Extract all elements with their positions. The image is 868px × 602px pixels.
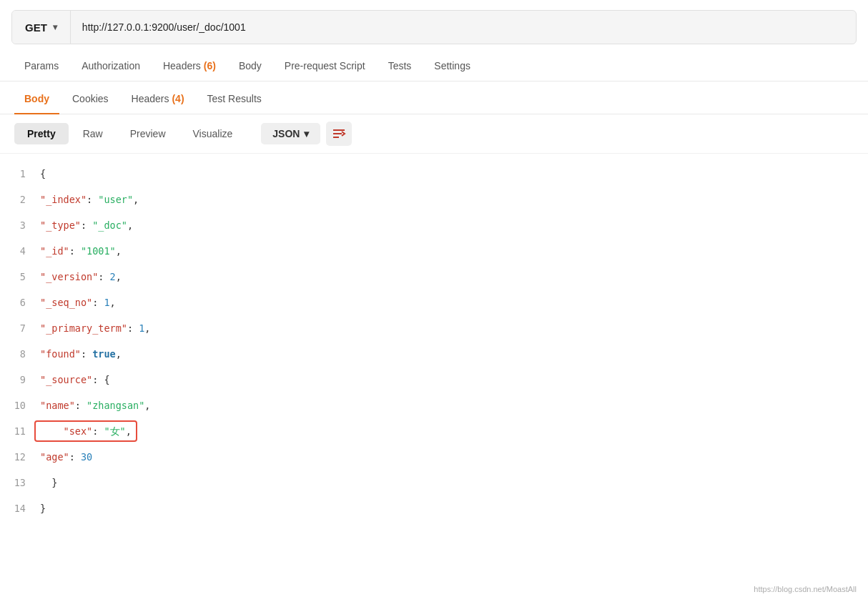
- tab-tests[interactable]: Tests: [378, 51, 422, 82]
- line-numbers: 1234567891011121314: [0, 161, 37, 521]
- format-pretty[interactable]: Pretty: [14, 123, 69, 144]
- chevron-down-icon: ▾: [53, 22, 57, 32]
- highlighted-line: "sex": "女",: [40, 418, 132, 444]
- wrap-button[interactable]: [326, 122, 352, 146]
- format-bar: Pretty Raw Preview Visualize JSON ▾: [0, 114, 868, 154]
- json-format-label: JSON: [272, 128, 300, 139]
- code-content: { "_index": "user", "_type": "_doc", "_i…: [37, 161, 868, 521]
- code-line: }: [40, 495, 868, 521]
- tab-settings[interactable]: Settings: [424, 51, 480, 82]
- tab-params[interactable]: Params: [14, 51, 69, 82]
- code-area: 1234567891011121314 { "_index": "user", …: [0, 154, 868, 528]
- tab-authorization[interactable]: Authorization: [71, 51, 150, 82]
- code-line: {: [40, 161, 868, 187]
- format-raw[interactable]: Raw: [70, 123, 116, 144]
- code-line: "_seq_no": 1,: [40, 290, 868, 315]
- code-line: "sex": "女",: [40, 418, 868, 444]
- response-tab-cookies[interactable]: Cookies: [62, 84, 119, 114]
- response-tabs: Body Cookies Headers (4) Test Results: [0, 84, 868, 114]
- tab-headers[interactable]: Headers (6): [153, 51, 226, 82]
- format-preview[interactable]: Preview: [117, 123, 179, 144]
- code-line: "_index": "user",: [40, 187, 868, 212]
- code-line: "name": "zhangsan",: [40, 393, 868, 418]
- code-line: }: [40, 470, 868, 495]
- code-line: "_version": 2,: [40, 264, 868, 290]
- chevron-down-icon: ▾: [304, 128, 309, 139]
- response-tab-testresults[interactable]: Test Results: [197, 84, 272, 114]
- code-line: "_type": "_doc",: [40, 212, 868, 238]
- url-bar: GET ▾: [11, 10, 857, 44]
- format-right: JSON ▾: [261, 122, 352, 146]
- url-input[interactable]: [71, 21, 856, 33]
- wrap-icon: [332, 127, 346, 140]
- code-line: "_source": {: [40, 367, 868, 393]
- response-tab-headers[interactable]: Headers (4): [122, 84, 194, 114]
- tab-prerequest[interactable]: Pre-request Script: [275, 51, 375, 82]
- code-line: "found": true,: [40, 341, 868, 367]
- code-line: "_id": "1001",: [40, 238, 868, 264]
- code-line: "_primary_term": 1,: [40, 315, 868, 341]
- code-line: "age": 30: [40, 444, 868, 470]
- method-label: GET: [25, 21, 47, 34]
- tab-body[interactable]: Body: [229, 51, 272, 82]
- method-dropdown[interactable]: GET ▾: [12, 11, 71, 44]
- response-tab-body[interactable]: Body: [14, 84, 59, 114]
- request-tabs: Params Authorization Headers (6) Body Pr…: [0, 51, 868, 82]
- json-format-dropdown[interactable]: JSON ▾: [261, 123, 320, 144]
- format-visualize[interactable]: Visualize: [180, 123, 246, 144]
